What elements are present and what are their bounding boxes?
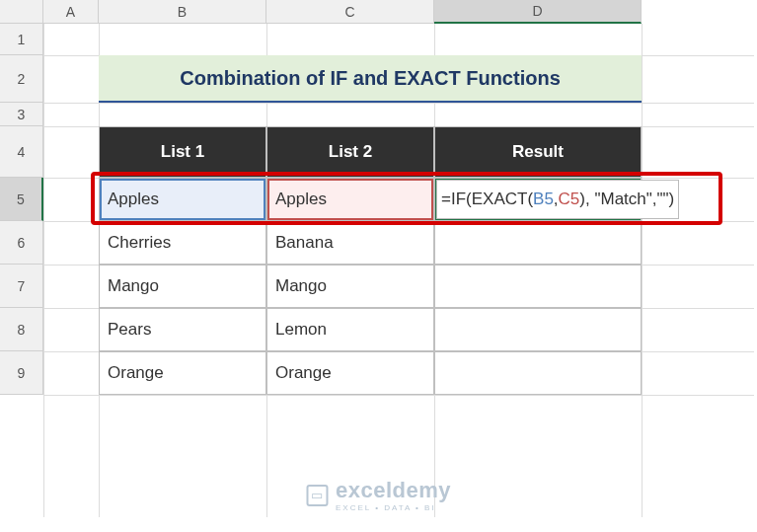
column-header-row: A B C D xyxy=(0,0,642,24)
formula-token: , "Match","") xyxy=(585,190,674,209)
formula-ref-b5: B5 xyxy=(533,190,554,209)
cell-b8[interactable]: Pears xyxy=(99,308,266,351)
brand-icon: ▭ xyxy=(306,485,328,506)
cell-b9[interactable]: Orange xyxy=(99,351,266,395)
cell-d7[interactable] xyxy=(434,265,642,308)
spreadsheet: A B C D 1 2 3 4 5 6 7 8 9 Combination of… xyxy=(0,0,757,532)
row-header-4[interactable]: 4 xyxy=(0,126,43,178)
table-header-list1: List 1 xyxy=(99,126,266,178)
col-header-c[interactable]: C xyxy=(266,0,434,24)
formula-token: =IF( xyxy=(441,190,472,209)
formula-token: EXACT( xyxy=(472,190,533,209)
table-header-result: Result xyxy=(434,126,642,178)
row-header-9[interactable]: 9 xyxy=(0,351,43,395)
brand-name: exceldemy xyxy=(336,478,451,503)
cell-b7[interactable]: Mango xyxy=(99,265,266,308)
cell-d9[interactable] xyxy=(434,351,642,395)
cell-c8[interactable]: Lemon xyxy=(266,308,434,351)
col-header-b[interactable]: B xyxy=(99,0,266,24)
row-header-7[interactable]: 7 xyxy=(0,265,43,308)
row-header-5[interactable]: 5 xyxy=(0,178,43,221)
watermark: ▭ exceldemy EXCEL • DATA • BI xyxy=(306,478,451,512)
formula-editor[interactable]: =IF( EXACT( B5 , C5 ) , "Match","") xyxy=(436,180,679,219)
cell-c6[interactable]: Banana xyxy=(266,221,434,265)
cell-c5[interactable]: Apples xyxy=(266,178,434,221)
cell-d6[interactable] xyxy=(434,221,642,265)
brand-tagline: EXCEL • DATA • BI xyxy=(336,503,451,512)
col-header-a[interactable]: A xyxy=(43,0,99,24)
formula-ref-c5: C5 xyxy=(559,190,580,209)
row-header-6[interactable]: 6 xyxy=(0,221,43,265)
cell-b6[interactable]: Cherries xyxy=(99,221,266,265)
table-header-list2: List 2 xyxy=(266,126,434,178)
page-title: Combination of IF and EXACT Functions xyxy=(99,55,642,103)
row-header-8[interactable]: 8 xyxy=(0,308,43,351)
cell-b5[interactable]: Apples xyxy=(99,178,266,221)
col-header-d[interactable]: D xyxy=(434,0,642,24)
cell-d8[interactable] xyxy=(434,308,642,351)
cell-c9[interactable]: Orange xyxy=(266,351,434,395)
row-header-3[interactable]: 3 xyxy=(0,103,43,126)
row-header-col: 1 2 3 4 5 6 7 8 9 xyxy=(0,24,43,395)
cell-c7[interactable]: Mango xyxy=(266,265,434,308)
row-header-2[interactable]: 2 xyxy=(0,55,43,103)
row-header-1[interactable]: 1 xyxy=(0,24,43,55)
select-all-corner[interactable] xyxy=(0,0,43,24)
